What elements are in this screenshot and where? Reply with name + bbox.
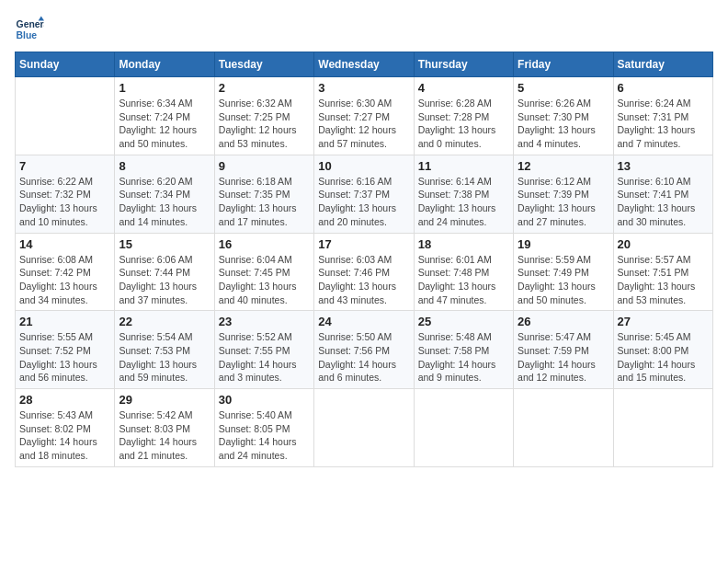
day-number: 26 bbox=[518, 315, 609, 328]
day-info: Sunrise: 6:34 AMSunset: 7:24 PMDaylight:… bbox=[119, 97, 210, 151]
day-number: 17 bbox=[318, 237, 409, 251]
calendar-table: SundayMondayTuesdayWednesdayThursdayFrid… bbox=[15, 52, 713, 467]
weekday-header-monday: Monday bbox=[115, 52, 214, 77]
weekday-header-wednesday: Wednesday bbox=[314, 52, 414, 77]
week-row-4: 21Sunrise: 5:55 AMSunset: 7:52 PMDayligh… bbox=[16, 311, 713, 389]
day-number: 18 bbox=[418, 237, 509, 251]
day-info: Sunrise: 6:18 AMSunset: 7:35 PMDaylight:… bbox=[219, 175, 310, 229]
day-number: 10 bbox=[318, 159, 409, 173]
day-number: 22 bbox=[119, 315, 210, 328]
day-number: 2 bbox=[219, 81, 310, 95]
weekday-header-saturday: Saturday bbox=[613, 52, 712, 77]
day-info: Sunrise: 6:08 AMSunset: 7:42 PMDaylight:… bbox=[19, 253, 110, 307]
logo-icon: General Blue bbox=[15, 15, 44, 44]
day-number: 11 bbox=[418, 159, 509, 173]
day-info: Sunrise: 5:57 AMSunset: 7:51 PMDaylight:… bbox=[618, 253, 709, 307]
day-cell: 4Sunrise: 6:28 AMSunset: 7:28 PMDaylight… bbox=[414, 77, 513, 155]
svg-marker-2 bbox=[39, 17, 44, 21]
day-number: 6 bbox=[618, 81, 709, 95]
day-number: 5 bbox=[518, 81, 609, 95]
day-number: 14 bbox=[19, 237, 110, 251]
day-cell: 13Sunrise: 6:10 AMSunset: 7:41 PMDayligh… bbox=[613, 155, 712, 233]
day-cell: 2Sunrise: 6:32 AMSunset: 7:25 PMDaylight… bbox=[214, 77, 313, 155]
day-number: 21 bbox=[19, 315, 110, 328]
day-info: Sunrise: 6:28 AMSunset: 7:28 PMDaylight:… bbox=[418, 97, 509, 151]
week-row-5: 28Sunrise: 5:43 AMSunset: 8:02 PMDayligh… bbox=[16, 389, 713, 467]
day-number: 4 bbox=[418, 81, 509, 95]
day-info: Sunrise: 5:42 AMSunset: 8:03 PMDaylight:… bbox=[119, 408, 210, 463]
day-cell: 23Sunrise: 5:52 AMSunset: 7:55 PMDayligh… bbox=[214, 311, 313, 389]
day-info: Sunrise: 5:54 AMSunset: 7:53 PMDaylight:… bbox=[119, 330, 210, 385]
day-info: Sunrise: 6:04 AMSunset: 7:45 PMDaylight:… bbox=[219, 253, 310, 307]
day-number: 23 bbox=[219, 315, 310, 328]
day-cell: 20Sunrise: 5:57 AMSunset: 7:51 PMDayligh… bbox=[613, 233, 712, 311]
day-number: 9 bbox=[219, 159, 310, 173]
day-number: 20 bbox=[618, 237, 709, 251]
day-cell bbox=[16, 77, 115, 155]
day-cell: 10Sunrise: 6:16 AMSunset: 7:37 PMDayligh… bbox=[314, 155, 414, 233]
day-number: 24 bbox=[318, 315, 409, 328]
day-info: Sunrise: 6:10 AMSunset: 7:41 PMDaylight:… bbox=[618, 175, 709, 229]
day-cell: 27Sunrise: 5:45 AMSunset: 8:00 PMDayligh… bbox=[613, 311, 712, 389]
day-number: 19 bbox=[518, 237, 609, 251]
day-cell: 12Sunrise: 6:12 AMSunset: 7:39 PMDayligh… bbox=[514, 155, 613, 233]
day-info: Sunrise: 6:14 AMSunset: 7:38 PMDaylight:… bbox=[418, 175, 509, 229]
day-info: Sunrise: 6:20 AMSunset: 7:34 PMDaylight:… bbox=[119, 175, 210, 229]
day-cell: 5Sunrise: 6:26 AMSunset: 7:30 PMDaylight… bbox=[514, 77, 613, 155]
day-info: Sunrise: 5:59 AMSunset: 7:49 PMDaylight:… bbox=[518, 253, 609, 307]
day-number: 8 bbox=[119, 159, 210, 173]
day-info: Sunrise: 6:32 AMSunset: 7:25 PMDaylight:… bbox=[219, 97, 310, 151]
day-cell: 16Sunrise: 6:04 AMSunset: 7:45 PMDayligh… bbox=[214, 233, 313, 311]
day-info: Sunrise: 5:45 AMSunset: 8:00 PMDaylight:… bbox=[618, 330, 709, 385]
day-cell: 24Sunrise: 5:50 AMSunset: 7:56 PMDayligh… bbox=[314, 311, 414, 389]
day-cell: 18Sunrise: 6:01 AMSunset: 7:48 PMDayligh… bbox=[414, 233, 513, 311]
day-number: 16 bbox=[219, 237, 310, 251]
day-cell: 29Sunrise: 5:42 AMSunset: 8:03 PMDayligh… bbox=[115, 389, 214, 467]
day-info: Sunrise: 6:01 AMSunset: 7:48 PMDaylight:… bbox=[418, 253, 509, 307]
day-number: 3 bbox=[318, 81, 409, 95]
day-info: Sunrise: 6:06 AMSunset: 7:44 PMDaylight:… bbox=[119, 253, 210, 307]
day-number: 27 bbox=[618, 315, 709, 328]
page-header: General Blue bbox=[15, 15, 713, 44]
day-number: 1 bbox=[119, 81, 210, 95]
day-info: Sunrise: 5:43 AMSunset: 8:02 PMDaylight:… bbox=[19, 408, 110, 463]
day-cell: 1Sunrise: 6:34 AMSunset: 7:24 PMDaylight… bbox=[115, 77, 214, 155]
day-cell: 8Sunrise: 6:20 AMSunset: 7:34 PMDaylight… bbox=[115, 155, 214, 233]
day-info: Sunrise: 6:03 AMSunset: 7:46 PMDaylight:… bbox=[318, 253, 409, 307]
week-row-2: 7Sunrise: 6:22 AMSunset: 7:32 PMDaylight… bbox=[16, 155, 713, 233]
day-info: Sunrise: 5:48 AMSunset: 7:58 PMDaylight:… bbox=[418, 330, 509, 385]
day-cell: 26Sunrise: 5:47 AMSunset: 7:59 PMDayligh… bbox=[514, 311, 613, 389]
day-number: 28 bbox=[19, 393, 110, 407]
day-cell bbox=[414, 389, 513, 467]
logo: General Blue bbox=[15, 15, 44, 44]
day-cell: 6Sunrise: 6:24 AMSunset: 7:31 PMDaylight… bbox=[613, 77, 712, 155]
day-info: Sunrise: 6:12 AMSunset: 7:39 PMDaylight:… bbox=[518, 175, 609, 229]
day-cell: 21Sunrise: 5:55 AMSunset: 7:52 PMDayligh… bbox=[16, 311, 115, 389]
day-cell: 25Sunrise: 5:48 AMSunset: 7:58 PMDayligh… bbox=[414, 311, 513, 389]
day-cell bbox=[314, 389, 414, 467]
day-cell: 3Sunrise: 6:30 AMSunset: 7:27 PMDaylight… bbox=[314, 77, 414, 155]
day-info: Sunrise: 5:52 AMSunset: 7:55 PMDaylight:… bbox=[219, 330, 310, 385]
day-cell: 9Sunrise: 6:18 AMSunset: 7:35 PMDaylight… bbox=[214, 155, 313, 233]
day-info: Sunrise: 5:55 AMSunset: 7:52 PMDaylight:… bbox=[19, 330, 110, 385]
svg-text:Blue: Blue bbox=[17, 30, 38, 40]
day-cell bbox=[514, 389, 613, 467]
day-number: 12 bbox=[518, 159, 609, 173]
day-cell: 28Sunrise: 5:43 AMSunset: 8:02 PMDayligh… bbox=[16, 389, 115, 467]
day-number: 25 bbox=[418, 315, 509, 328]
day-cell: 14Sunrise: 6:08 AMSunset: 7:42 PMDayligh… bbox=[16, 233, 115, 311]
day-info: Sunrise: 6:22 AMSunset: 7:32 PMDaylight:… bbox=[19, 175, 110, 229]
day-cell: 17Sunrise: 6:03 AMSunset: 7:46 PMDayligh… bbox=[314, 233, 414, 311]
day-info: Sunrise: 6:26 AMSunset: 7:30 PMDaylight:… bbox=[518, 97, 609, 151]
svg-text:General: General bbox=[17, 19, 44, 29]
day-cell: 11Sunrise: 6:14 AMSunset: 7:38 PMDayligh… bbox=[414, 155, 513, 233]
weekday-header-sunday: Sunday bbox=[16, 52, 115, 77]
day-number: 29 bbox=[119, 393, 210, 407]
day-info: Sunrise: 5:47 AMSunset: 7:59 PMDaylight:… bbox=[518, 330, 609, 385]
day-cell: 19Sunrise: 5:59 AMSunset: 7:49 PMDayligh… bbox=[514, 233, 613, 311]
week-row-3: 14Sunrise: 6:08 AMSunset: 7:42 PMDayligh… bbox=[16, 233, 713, 311]
day-info: Sunrise: 6:30 AMSunset: 7:27 PMDaylight:… bbox=[318, 97, 409, 151]
day-info: Sunrise: 5:50 AMSunset: 7:56 PMDaylight:… bbox=[318, 330, 409, 385]
day-info: Sunrise: 6:24 AMSunset: 7:31 PMDaylight:… bbox=[618, 97, 709, 151]
day-cell: 7Sunrise: 6:22 AMSunset: 7:32 PMDaylight… bbox=[16, 155, 115, 233]
